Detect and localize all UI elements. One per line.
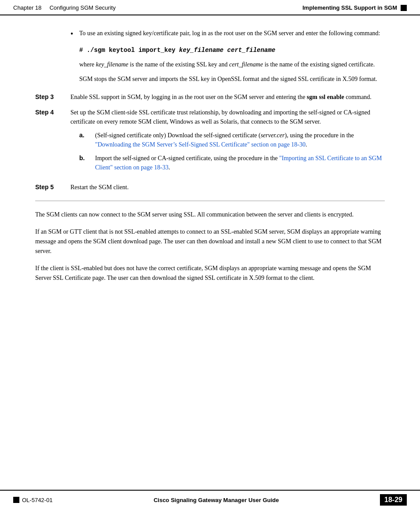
step-3-label: Step 3 bbox=[35, 92, 70, 100]
header-left: Chapter 18 Configuring SGM Security bbox=[13, 4, 116, 11]
substep-a-content: (Self-signed certificate only) Download … bbox=[95, 131, 385, 149]
step-3-content: Enable SSL support in SGM, by logging in… bbox=[70, 92, 385, 102]
post-para-3: If the client is SSL-enabled but does no… bbox=[35, 264, 385, 283]
command-hash: # bbox=[79, 47, 87, 54]
step-3-row: Step 3 Enable SSL support in SGM, by log… bbox=[35, 92, 385, 102]
step-5-label: Step 5 bbox=[35, 183, 70, 191]
main-content: • To use an existing signed key/certific… bbox=[0, 15, 420, 326]
command-italic: key_filename cert_filename bbox=[175, 47, 275, 54]
bullet-text: To use an existing signed key/certificat… bbox=[79, 29, 385, 40]
key-filename: key_filename bbox=[96, 61, 129, 68]
substep-a-label: a. bbox=[79, 131, 95, 149]
server-cer: server.cer bbox=[261, 132, 285, 139]
post-para-1: The SGM clients can now connect to the S… bbox=[35, 210, 385, 220]
sgm-ssl-enable: sgm ssl enable bbox=[307, 94, 344, 100]
sgm-stops-text: SGM stops the SGM server and imports the… bbox=[79, 74, 385, 84]
section-title: Implementing SSL Support in SGM bbox=[302, 4, 397, 11]
chapter-number: Chapter 18 bbox=[13, 4, 41, 11]
step-5-content: Restart the SGM client. bbox=[70, 183, 385, 192]
bullet-section: • To use an existing signed key/certific… bbox=[35, 29, 385, 40]
footer-center: Cisco Signaling Gateway Manager User Gui… bbox=[154, 497, 279, 503]
page-footer: OL-5742-01 Cisco Signaling Gateway Manag… bbox=[0, 490, 420, 510]
header-right: Implementing SSL Support in SGM bbox=[302, 4, 407, 11]
step-4-row: Step 4 Set up the SGM client-side SSL ce… bbox=[35, 108, 385, 176]
where-text: where key_filename is the name of the ex… bbox=[79, 60, 385, 69]
substep-b-content: Import the self-signed or CA-signed cert… bbox=[95, 154, 385, 172]
step-5-row: Step 5 Restart the SGM client. bbox=[35, 183, 385, 192]
step-4-content: Set up the SGM client-side SSL certifica… bbox=[70, 108, 385, 176]
substep-a-row: a. (Self-signed certificate only) Downlo… bbox=[70, 131, 385, 149]
substep-b-row: b. Import the self-signed or CA-signed c… bbox=[70, 154, 385, 172]
substep-a-link[interactable]: "Downloading the SGM Server’s Self-Signe… bbox=[95, 141, 306, 148]
chapter-title: Configuring SGM Security bbox=[49, 4, 115, 11]
substep-b-label: b. bbox=[79, 154, 95, 172]
footer-right: 18-29 bbox=[380, 494, 407, 506]
post-para-2: If an SGM or GTT client that is not SSL-… bbox=[35, 227, 385, 257]
footer-left: OL-5742-01 bbox=[13, 497, 52, 503]
step-4-label: Step 4 bbox=[35, 108, 70, 116]
page-header: Chapter 18 Configuring SGM Security Impl… bbox=[0, 0, 420, 15]
command-block: # ./sgm keytool import_key key_filename … bbox=[79, 47, 385, 54]
bullet-dot: • bbox=[70, 29, 79, 40]
command-bold: ./sgm keytool import_key bbox=[87, 47, 176, 54]
cert-filename: cert_filename bbox=[229, 61, 263, 68]
section-divider bbox=[35, 201, 385, 201]
